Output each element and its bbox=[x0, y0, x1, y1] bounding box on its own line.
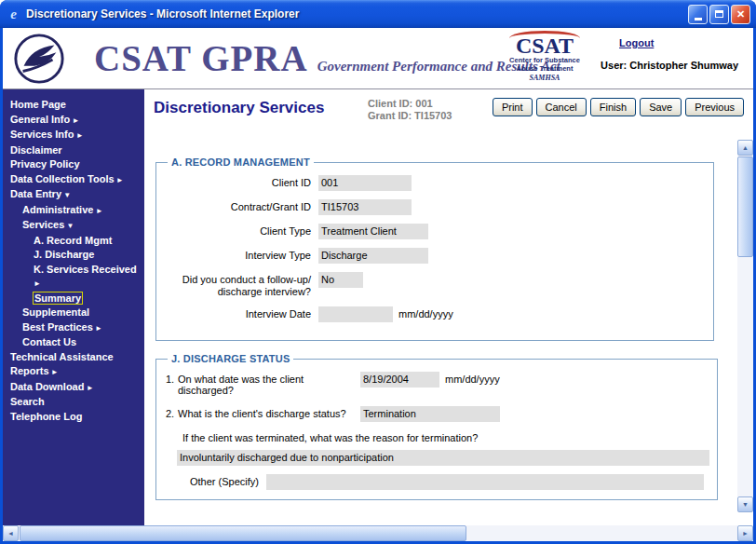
collapsed-arrow-icon: ► bbox=[49, 368, 59, 376]
sidebar-item-services-info[interactable]: Services Info ► bbox=[3, 128, 144, 143]
vertical-scroll-thumb[interactable] bbox=[737, 156, 753, 257]
logout-link[interactable]: Logout bbox=[619, 37, 654, 48]
vertical-scroll-track[interactable] bbox=[737, 156, 753, 496]
cancel-button[interactable]: Cancel bbox=[536, 98, 587, 116]
maximize-icon bbox=[715, 10, 723, 18]
sidebar-item-contact-us[interactable]: Contact Us bbox=[3, 335, 144, 350]
collapsed-arrow-icon: ► bbox=[93, 324, 102, 333]
field-value[interactable]: TI15703 bbox=[318, 199, 412, 215]
page-body: Home PageGeneral Info ►Services Info ►Di… bbox=[3, 89, 753, 525]
termination-reason-field[interactable]: Involuntarily discharged due to nonparti… bbox=[177, 450, 709, 466]
browser-window: e Discretionary Services - Microsoft Int… bbox=[0, 0, 756, 544]
sidebar-item-administrative[interactable]: Administrative ► bbox=[3, 203, 144, 219]
expanded-arrow-icon: ▼ bbox=[61, 191, 71, 199]
record-management-rows: Client ID001Contract/Grant IDTI15703Clie… bbox=[164, 175, 706, 322]
red-swoosh-icon bbox=[509, 31, 580, 46]
record-ids: Client ID: 001 Grant ID: TI15703 bbox=[368, 98, 452, 122]
record-management-section: A. RECORD MANAGEMENT Client ID001Contrac… bbox=[155, 156, 714, 341]
termination-reason-label: If the client was terminated, what was t… bbox=[182, 432, 709, 443]
sidebar-item-data-entry[interactable]: Data Entry ▼ bbox=[3, 187, 144, 203]
sidebar-item-telephone-log[interactable]: Telephone Log bbox=[3, 410, 144, 425]
print-button[interactable]: Print bbox=[493, 98, 533, 116]
sidebar-item-best-practices[interactable]: Best Practices ► bbox=[3, 320, 144, 336]
other-specify-label: Other (Specify) bbox=[190, 474, 259, 487]
minimize-icon bbox=[695, 18, 702, 20]
question-row: 2. What is the client's discharge status… bbox=[164, 406, 709, 422]
save-button[interactable]: Save bbox=[640, 98, 682, 116]
form-row: Did you conduct a follow-up/discharge in… bbox=[164, 272, 706, 298]
app-header: CSAT GPRA Government Performance and Res… bbox=[3, 28, 753, 89]
collapsed-arrow-icon: ► bbox=[84, 384, 93, 392]
question-number: 2. bbox=[166, 406, 178, 419]
horizontal-scroll-thumb[interactable] bbox=[20, 525, 466, 541]
sidebar-item-k-services-received[interactable]: K. Services Received ► bbox=[3, 263, 144, 292]
brand-title: CSAT GPRA bbox=[94, 37, 308, 79]
sidebar-item-summary[interactable]: Summary bbox=[3, 292, 144, 306]
sidebar-item-a-record-mgmt[interactable]: A. Record Mgmt bbox=[3, 234, 144, 249]
expanded-arrow-icon: ▼ bbox=[64, 222, 74, 230]
sidebar-item-disclaimer[interactable]: Disclaimer bbox=[3, 143, 144, 158]
collapsed-arrow-icon: ► bbox=[115, 176, 124, 184]
sidebar-item-technical-assistance[interactable]: Technical Assistance bbox=[3, 350, 144, 365]
sidebar-nav: Home PageGeneral Info ►Services Info ►Di… bbox=[3, 89, 144, 525]
user-label: User: Christopher Shumway bbox=[601, 60, 738, 71]
previous-button[interactable]: Previous bbox=[685, 98, 744, 116]
sidebar-item-data-collection-tools[interactable]: Data Collection Tools ► bbox=[3, 172, 144, 188]
horizontal-scroll-track[interactable] bbox=[19, 525, 737, 541]
csat-samhsa-logo-icon: CSAT Center for Substance Abuse Treatmen… bbox=[500, 34, 589, 82]
question-label: What is the client's discharge status? bbox=[178, 406, 360, 419]
internet-explorer-icon: e bbox=[6, 7, 21, 22]
browser-viewport: CSAT GPRA Government Performance and Res… bbox=[3, 28, 753, 541]
form-row: Contract/Grant IDTI15703 bbox=[164, 199, 706, 215]
sidebar-item-data-download[interactable]: Data Download ► bbox=[3, 380, 144, 396]
brand: CSAT GPRA Government Performance and Res… bbox=[94, 37, 560, 79]
field-value[interactable]: Treatment Client bbox=[318, 224, 428, 239]
sidebar-item-supplemental[interactable]: Supplemental bbox=[3, 306, 144, 320]
sidebar-item-services[interactable]: Services ▼ bbox=[3, 218, 144, 234]
vertical-scrollbar[interactable]: ▲ ▼ bbox=[737, 140, 753, 512]
section-legend: J. DISCHARGE STATUS bbox=[168, 353, 293, 364]
sidebar-item-j-discharge[interactable]: J. Discharge bbox=[3, 248, 144, 263]
form-row: Interview Datemm/dd/yyyy bbox=[164, 306, 706, 322]
csat-logo-line: Abuse Treatment bbox=[500, 65, 589, 74]
sidebar-item-privacy-policy[interactable]: Privacy Policy bbox=[3, 157, 144, 172]
discharge-status-field[interactable]: Termination bbox=[360, 406, 500, 422]
form-row: Client TypeTreatment Client bbox=[164, 224, 706, 239]
field-value[interactable]: No bbox=[318, 272, 363, 288]
other-specify-row: Other (Specify) bbox=[190, 474, 709, 490]
main-header: Discretionary Services Client ID: 001 Gr… bbox=[144, 89, 753, 140]
titlebar[interactable]: e Discretionary Services - Microsoft Int… bbox=[0, 0, 756, 28]
field-value[interactable]: Discharge bbox=[318, 248, 428, 264]
minimize-button[interactable] bbox=[688, 5, 708, 24]
scroll-down-button[interactable]: ▼ bbox=[737, 496, 753, 512]
finish-button[interactable]: Finish bbox=[590, 98, 636, 116]
sidebar-item-general-info[interactable]: General Info ► bbox=[3, 113, 144, 129]
scroll-left-button[interactable]: ◄ bbox=[3, 525, 19, 541]
sidebar-item-reports[interactable]: Reports ► bbox=[3, 364, 144, 380]
field-value[interactable] bbox=[318, 306, 393, 322]
scroll-up-button[interactable]: ▲ bbox=[737, 140, 753, 156]
section-legend: A. RECORD MANAGEMENT bbox=[168, 156, 314, 168]
field-value[interactable]: 001 bbox=[318, 175, 412, 191]
content-wrap: A. RECORD MANAGEMENT Client ID001Contrac… bbox=[144, 140, 753, 512]
form-scroll-area: A. RECORD MANAGEMENT Client ID001Contrac… bbox=[144, 140, 737, 512]
field-label: Did you conduct a follow-up/discharge in… bbox=[164, 272, 311, 298]
discharge-date-field[interactable]: 8/19/2004 bbox=[360, 372, 439, 388]
date-format-hint: mm/dd/yyyy bbox=[445, 372, 500, 385]
client-id-label: Client ID: 001 bbox=[368, 98, 452, 110]
page-title: Discretionary Services bbox=[154, 99, 324, 117]
samhsa-label: SAMHSA bbox=[500, 74, 589, 82]
close-button[interactable]: ✕ bbox=[731, 5, 750, 24]
grant-id-label: Grant ID: TI15703 bbox=[368, 110, 452, 122]
other-specify-field[interactable] bbox=[266, 474, 704, 490]
collapsed-arrow-icon: ► bbox=[70, 116, 79, 125]
collapsed-arrow-icon: ► bbox=[93, 207, 102, 215]
sidebar-item-home-page[interactable]: Home Page bbox=[3, 98, 144, 113]
action-buttons: PrintCancelFinishSavePrevious bbox=[493, 98, 744, 116]
maximize-button[interactable] bbox=[709, 5, 729, 24]
form-row: Client ID001 bbox=[164, 175, 706, 191]
main-panel: Discretionary Services Client ID: 001 Gr… bbox=[144, 89, 753, 525]
scroll-right-button[interactable]: ► bbox=[737, 525, 753, 541]
sidebar-item-search[interactable]: Search bbox=[3, 395, 144, 410]
horizontal-scrollbar[interactable]: ◄ ► bbox=[3, 525, 753, 541]
